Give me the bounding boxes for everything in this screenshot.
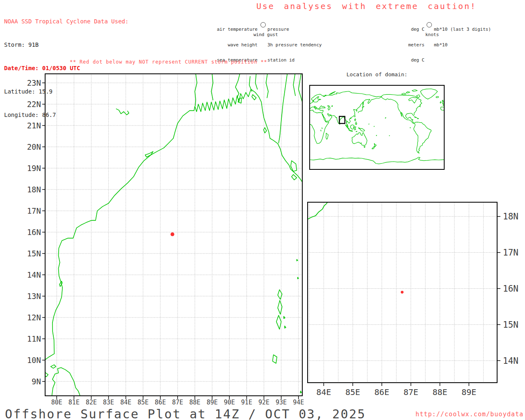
caution-banner: Use analyses with extreme caution! [256, 1, 477, 11]
unit-knots: knots [425, 32, 439, 38]
storm-datetime: Date/Time: 01/0530 UTC [4, 64, 128, 72]
world-inset-frame [310, 85, 444, 169]
main-map-lat-label: 9N [32, 377, 41, 386]
source-url: http://coolwx.com/buoydata [415, 411, 523, 418]
main-map-ticks [42, 83, 299, 399]
storm-position-warning: ** Red dot below may NOT represent CURRE… [70, 59, 267, 65]
storm-longitude: Longitude: 86.7 [4, 111, 128, 119]
main-map-lat-label: 10N [27, 356, 41, 365]
main-map-lon-label: 81E [68, 399, 80, 406]
world-inset-coastline [310, 89, 444, 164]
main-map-lon-label: 87E [172, 399, 183, 406]
detail-map-lon-label: 88E [432, 387, 447, 397]
storm-position-dot-main [171, 233, 174, 236]
unit-deg-c-sea: deg C [386, 58, 425, 63]
plot-title: Offshore Surface Plot at 14Z / OCT 03, 2… [5, 407, 366, 420]
storm-position-dot-detail [401, 291, 404, 294]
detail-map-lon-label: 87E [404, 387, 418, 397]
main-map-lat-label: 13N [27, 292, 41, 301]
legend-air-temperature: air temperature [180, 27, 258, 32]
unit-deg-c-air: deg C [386, 27, 425, 32]
main-map-lat-label: 20N [27, 142, 41, 151]
main-map-lon-label: 84E [120, 399, 131, 406]
detail-map-lat-label: 17N [503, 248, 518, 258]
main-map-lat-label: 12N [27, 313, 41, 322]
detail-map-lon-label: 85E [345, 387, 360, 397]
legend-station-id: station id [267, 58, 322, 63]
detail-map-lat-label: 15N [503, 320, 518, 330]
storm-latitude: Latitude: 15.9 [4, 88, 128, 96]
main-map-lat-label: 15N [27, 249, 41, 258]
station-circle-icon [260, 22, 266, 27]
inset-title: Location of domain: [310, 71, 444, 78]
storm-id: Storm: 91B [4, 41, 128, 49]
main-map-lat-label: 17N [27, 206, 41, 215]
units-right-labels: mb*10 (last 3 digits) mb*10 [434, 17, 491, 53]
station-model-right-labels: pressure 3h pressure tendency station id [267, 17, 322, 68]
legend-pressure-tendency: 3h pressure tendency [267, 43, 322, 48]
main-map-lon-label: 80E [51, 399, 62, 406]
main-map-lon-label: 83E [103, 399, 114, 406]
detail-map-lon-label: 89E [461, 387, 476, 397]
legend-wave-height: wave height [180, 43, 258, 48]
unit-mb10: mb*10 [434, 43, 491, 48]
main-map-lon-label: 85E [137, 399, 148, 406]
unit-mb10-last3: mb*10 (last 3 digits) [434, 27, 491, 32]
units-station-circle-icon [427, 22, 432, 27]
main-map-lat-label: 16N [27, 228, 41, 237]
detail-map-lon-label: 86E [374, 387, 389, 397]
main-map-lon-label: 89E [207, 399, 218, 406]
detail-map-lat-label: 16N [503, 284, 518, 294]
main-map-lon-label: 93E [276, 399, 287, 406]
offshore-surface-plot-page: { "colors": { "salmon_text": "#ff5252", … [0, 0, 525, 420]
info-title: NOAA SSD Tropical Cyclone Data Used: [4, 18, 128, 25]
units-left-labels: deg C meters deg C [386, 17, 425, 68]
detail-map-lat-label: 14N [503, 356, 518, 366]
main-map-lon-label: 91E [241, 399, 252, 406]
main-map-lon-label: 86E [155, 399, 166, 406]
main-map-lon-label: 82E [86, 399, 97, 406]
main-map-lat-label: 18N [27, 185, 41, 194]
main-map-lat-label: 11N [27, 334, 41, 343]
main-map-lat-label: 19N [27, 164, 41, 173]
detail-map-lon-label: 84E [316, 387, 331, 397]
legend-pressure: pressure [267, 27, 322, 32]
main-map-lat-label: 14N [27, 270, 41, 279]
main-map-lon-label: 92E [258, 399, 269, 406]
unit-meters: meters [386, 43, 425, 48]
main-map-lon-label: 94E [293, 399, 304, 406]
main-map-lon-label: 90E [224, 399, 235, 406]
main-map-lon-label: 88E [189, 399, 201, 406]
legend-wind-gust: wind gust [253, 32, 278, 38]
detail-map-lat-label: 18N [503, 212, 518, 221]
